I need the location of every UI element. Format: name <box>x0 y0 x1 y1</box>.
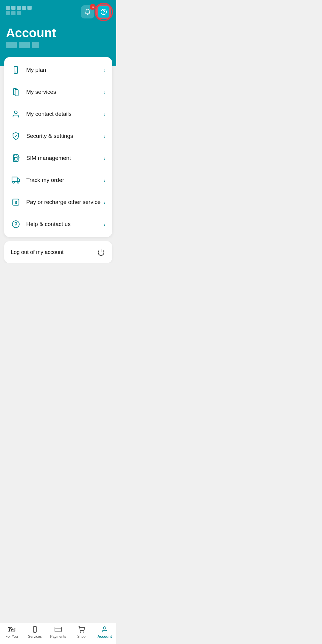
chevron-right-icon: › <box>103 111 106 118</box>
chevron-right-icon: › <box>103 133 106 140</box>
header-subtitle <box>6 42 110 48</box>
truck-icon <box>11 175 21 185</box>
shield-icon <box>11 131 21 141</box>
chevron-right-icon: › <box>103 155 106 162</box>
menu-item-help[interactable]: Help & contact us › <box>4 213 112 235</box>
chevron-right-icon: › <box>103 67 106 74</box>
person-icon <box>11 109 21 119</box>
menu-item-sim[interactable]: SIM management › <box>4 147 112 169</box>
svg-text:$: $ <box>15 200 17 205</box>
menu-label-security: Security & settings <box>26 133 103 139</box>
logout-button[interactable]: Log out of my account <box>4 241 112 263</box>
menu-label-help: Help & contact us <box>26 221 103 227</box>
menu-label-sim: SIM management <box>26 155 103 161</box>
menu-item-pay-recharge[interactable]: $ Pay or recharge other service › <box>4 191 112 213</box>
menu-label-my-services: My services <box>26 89 103 95</box>
svg-rect-4 <box>27 6 32 10</box>
chevron-right-icon: › <box>103 221 106 228</box>
menu-item-track-order[interactable]: Track my order › <box>4 169 112 191</box>
dollar-icon: $ <box>11 197 21 207</box>
svg-rect-16 <box>14 158 17 160</box>
sim-icon <box>11 153 21 163</box>
menu-item-security[interactable]: Security & settings › <box>4 125 112 147</box>
help-button[interactable] <box>97 5 110 18</box>
header-top: 3 <box>6 5 110 18</box>
notification-badge: 3 <box>90 4 96 10</box>
logout-label: Log out of my account <box>11 249 64 255</box>
menu-label-my-plan: My plan <box>26 67 103 73</box>
power-icon <box>97 248 106 257</box>
svg-point-20 <box>17 182 19 183</box>
header: 3 Account <box>0 0 116 66</box>
logout-card: Log out of my account <box>4 241 112 263</box>
svg-rect-2 <box>17 6 21 10</box>
notification-button[interactable]: 3 <box>81 5 94 18</box>
svg-marker-18 <box>17 179 20 181</box>
svg-point-25 <box>12 221 19 227</box>
svg-rect-13 <box>15 90 18 96</box>
app-logo <box>6 6 36 18</box>
svg-rect-0 <box>6 6 10 10</box>
menu-item-contact-details[interactable]: My contact details › <box>4 103 112 125</box>
phone-icon <box>11 65 21 75</box>
menu-label-track-order: Track my order <box>26 177 103 183</box>
chevron-right-icon: › <box>103 177 106 184</box>
menu-label-contact-details: My contact details <box>26 111 103 117</box>
svg-rect-6 <box>11 11 16 15</box>
svg-rect-17 <box>12 177 17 182</box>
help-circle-icon <box>11 219 21 229</box>
svg-rect-1 <box>11 6 16 10</box>
chevron-right-icon: › <box>103 199 106 206</box>
menu-card: My plan › My services › My contact detai… <box>4 57 112 237</box>
svg-rect-3 <box>22 6 26 10</box>
svg-point-19 <box>13 182 15 183</box>
svg-point-14 <box>14 111 17 114</box>
services-icon <box>11 87 21 97</box>
page-title: Account <box>6 27 110 48</box>
menu-item-my-services[interactable]: My services › <box>4 81 112 103</box>
header-icons: 3 <box>81 5 110 18</box>
svg-rect-5 <box>6 11 10 15</box>
chevron-right-icon: › <box>103 89 106 96</box>
svg-rect-7 <box>17 11 21 15</box>
menu-label-pay-recharge: Pay or recharge other service <box>26 199 103 205</box>
menu-item-my-plan[interactable]: My plan › <box>4 59 112 81</box>
